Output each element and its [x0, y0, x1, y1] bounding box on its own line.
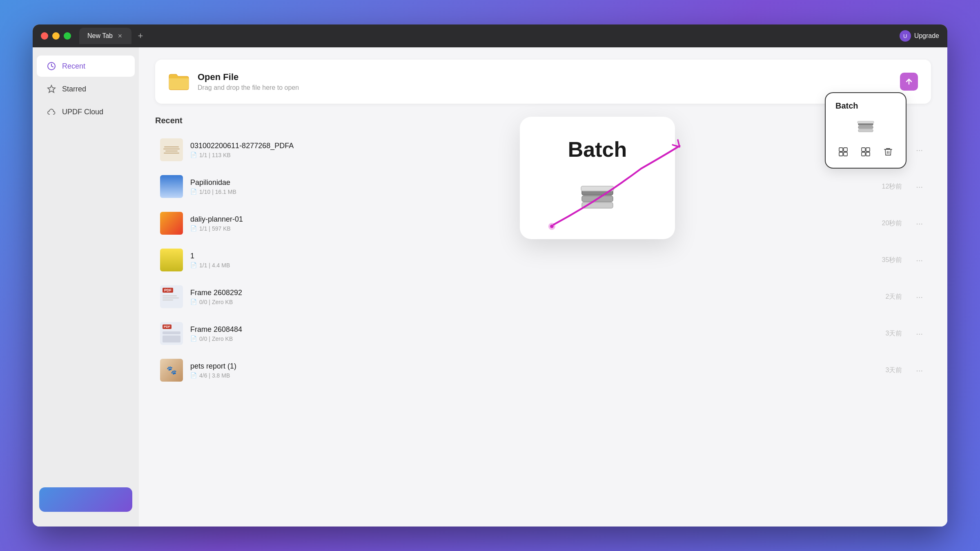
maximize-button[interactable]	[64, 32, 71, 40]
more-options-button[interactable]: ···	[913, 327, 926, 340]
file-meta-text: 1/1 | 597 KB	[199, 225, 231, 232]
file-info: 1 📄 1/1 | 4.4 MB	[190, 252, 875, 269]
file-time: 20秒前	[882, 219, 902, 228]
list-item[interactable]: 1 📄 1/1 | 4.4 MB 35秒前 ···	[155, 242, 931, 278]
active-tab[interactable]: New Tab ✕	[79, 28, 131, 44]
page-icon: 📄	[190, 335, 197, 342]
close-button[interactable]	[41, 32, 48, 40]
starred-icon	[47, 84, 56, 94]
file-meta-text: 1/1 | 113 KB	[199, 152, 231, 158]
sidebar: Recent Starred UPDF Cloud	[33, 47, 139, 527]
pdf-label: PDF	[163, 288, 173, 293]
more-options-button[interactable]: ···	[913, 364, 926, 377]
file-meta: 📄 4/6 | 3.8 MB	[190, 372, 878, 379]
svg-rect-8	[839, 152, 843, 156]
svg-rect-7	[844, 148, 847, 151]
page-icon: 📄	[190, 299, 197, 305]
open-file-subtitle: Drag and drop the file here to open	[198, 84, 299, 91]
open-file-text: Open File Drag and drop the file here to…	[198, 72, 299, 91]
file-thumbnail: PDF	[160, 285, 183, 308]
file-meta-text: 0/0 | Zero KB	[199, 299, 233, 305]
cloud-upgrade-btn[interactable]	[39, 487, 132, 512]
tab-title: New Tab	[87, 32, 113, 40]
page-icon: 📄	[190, 372, 197, 378]
file-name: 1	[190, 252, 875, 260]
batch-grid2-button[interactable]	[858, 144, 873, 160]
page-icon: 📄	[190, 262, 197, 268]
batch-card-title: Batch	[835, 101, 896, 111]
svg-rect-17	[581, 186, 614, 191]
sidebar-starred-label: Starred	[62, 85, 86, 93]
batch-delete-button[interactable]	[881, 144, 896, 160]
svg-rect-12	[862, 152, 865, 156]
svg-rect-5	[858, 121, 874, 123]
batch-popup-title: Batch	[568, 137, 627, 162]
batch-grid1-button[interactable]	[835, 144, 851, 160]
sidebar-item-cloud[interactable]: UPDF Cloud	[37, 101, 135, 122]
page-icon: 📄	[190, 152, 197, 158]
svg-rect-4	[858, 129, 873, 132]
minimize-button[interactable]	[52, 32, 60, 40]
list-item[interactable]: 🐾 pets report (1) 📄 4/6 | 3.8 MB 3天前 ···	[155, 352, 931, 388]
list-item[interactable]: PDF Frame 2608292 📄 0/0 | Zero KB	[155, 279, 931, 315]
more-options-button[interactable]: ···	[913, 291, 926, 303]
file-meta: 📄 0/0 | Zero KB	[190, 335, 878, 342]
batch-card-icon	[835, 116, 896, 138]
tab-close-button[interactable]: ✕	[117, 33, 123, 39]
svg-rect-3	[858, 126, 873, 129]
page-icon: 📄	[190, 189, 197, 195]
upgrade-button[interactable]: U Upgrade	[900, 30, 939, 42]
file-time: 3天前	[885, 366, 902, 375]
svg-rect-15	[582, 196, 613, 202]
file-time: 35秒前	[882, 256, 902, 264]
more-options-button[interactable]: ···	[913, 254, 926, 267]
file-meta-text: 4/6 | 3.8 MB	[199, 372, 230, 379]
file-name: pets report (1)	[190, 362, 878, 371]
new-tab-button[interactable]: +	[133, 29, 148, 43]
sidebar-item-recent[interactable]: Recent	[37, 56, 135, 77]
traffic-lights	[41, 32, 71, 40]
file-thumbnail: 🐾	[160, 359, 183, 382]
file-info: Frame 2608484 📄 0/0 | Zero KB	[190, 325, 878, 342]
file-time: 3天前	[885, 329, 902, 338]
open-file-title: Open File	[198, 72, 299, 82]
file-meta-text: 1/10 | 16.1 MB	[199, 189, 236, 195]
file-meta: 📄 1/1 | 4.4 MB	[190, 262, 875, 269]
file-time: 12秒前	[882, 182, 902, 191]
tab-area: New Tab ✕ +	[79, 28, 895, 44]
user-avatar: U	[900, 30, 911, 42]
batch-popup-icon	[577, 178, 618, 219]
sidebar-item-starred[interactable]: Starred	[37, 78, 135, 100]
file-name: Frame 2608292	[190, 289, 878, 297]
batch-card-actions	[835, 144, 896, 160]
browser-window: New Tab ✕ + U Upgrade Recent	[33, 24, 947, 527]
list-item[interactable]: PDF Frame 2608484 📄 0/0 | Zero KB 3天前	[155, 315, 931, 351]
file-thumbnail	[160, 212, 183, 235]
file-thumbnail	[160, 175, 183, 198]
page-icon: 📄	[190, 225, 197, 231]
open-file-button[interactable]	[900, 73, 918, 91]
file-meta-text: 0/0 | Zero KB	[199, 335, 233, 342]
file-thumbnail	[160, 249, 183, 271]
svg-rect-10	[862, 148, 865, 151]
svg-rect-11	[866, 148, 870, 151]
file-meta: 📄 0/0 | Zero KB	[190, 299, 878, 305]
svg-rect-9	[844, 152, 847, 156]
more-options-button[interactable]: ···	[913, 217, 926, 230]
file-time: 2天前	[885, 293, 902, 301]
file-thumbnail: PDF	[160, 322, 183, 345]
content-area: Open File Drag and drop the file here to…	[139, 47, 947, 527]
cloud-icon	[47, 107, 56, 117]
sidebar-recent-label: Recent	[62, 62, 85, 71]
batch-card: Batch	[825, 92, 906, 169]
open-file-left: Open File Drag and drop the file here to…	[168, 71, 299, 92]
sidebar-cloud-label: UPDF Cloud	[62, 108, 103, 116]
main-content: Recent Starred UPDF Cloud	[33, 47, 947, 527]
batch-popup: Batch	[520, 117, 675, 239]
more-options-button[interactable]: ···	[913, 144, 926, 156]
file-name: Frame 2608484	[190, 325, 878, 334]
more-options-button[interactable]: ···	[913, 180, 926, 193]
file-meta-text: 1/1 | 4.4 MB	[199, 262, 230, 269]
sidebar-bottom	[33, 481, 139, 518]
open-file-section: Open File Drag and drop the file here to…	[155, 60, 931, 104]
